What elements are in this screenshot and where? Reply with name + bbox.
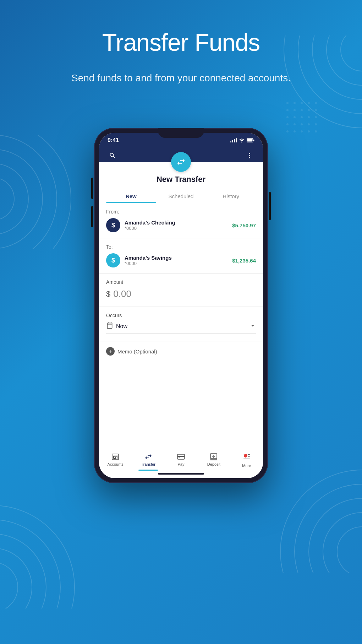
memo-label: Memo (Optional) <box>117 348 157 355</box>
occurs-dropdown[interactable]: Now <box>106 322 256 334</box>
svg-rect-61 <box>243 459 250 459</box>
svg-point-38 <box>308 123 310 125</box>
calendar-icon <box>106 322 113 331</box>
svg-point-19 <box>0 505 75 608</box>
search-icon[interactable] <box>106 149 119 162</box>
svg-rect-56 <box>177 456 185 457</box>
accounts-icon <box>111 453 120 461</box>
screen-title: New Transfer <box>99 175 263 184</box>
svg-point-25 <box>286 109 289 111</box>
phone-frame: 9:41 <box>94 128 268 483</box>
more-menu-icon[interactable] <box>243 149 256 162</box>
to-account-row: $ Amanda's Savings *0000 $1,235.64 <box>106 253 256 267</box>
svg-point-28 <box>308 109 310 111</box>
tab-scheduled[interactable]: Scheduled <box>156 190 206 203</box>
svg-rect-54 <box>117 456 117 459</box>
status-time: 9:41 <box>108 137 119 144</box>
svg-point-48 <box>249 153 250 154</box>
nav-active-indicator <box>138 470 158 471</box>
status-icons <box>230 138 254 142</box>
nav-pay[interactable]: Pay <box>165 451 197 469</box>
home-indicator <box>99 471 263 478</box>
from-section[interactable]: From: $ Amanda's Checking *0000 $5,750.9… <box>99 203 263 238</box>
svg-point-30 <box>286 116 289 118</box>
svg-point-24 <box>315 102 317 104</box>
occurs-value: Now <box>116 323 247 330</box>
svg-point-42 <box>301 130 303 132</box>
svg-rect-57 <box>179 458 180 458</box>
nav-accounts[interactable]: Accounts <box>99 451 132 469</box>
svg-point-11 <box>323 513 362 573</box>
svg-point-2 <box>0 149 43 249</box>
svg-point-10 <box>337 527 362 573</box>
svg-point-37 <box>301 123 303 125</box>
tab-history[interactable]: History <box>206 190 256 203</box>
svg-point-34 <box>315 116 317 118</box>
pay-nav-label: Pay <box>178 462 185 466</box>
svg-point-44 <box>315 130 317 132</box>
amount-input[interactable] <box>113 288 256 299</box>
svg-point-18 <box>0 520 60 608</box>
amount-input-row[interactable]: $ <box>106 288 256 299</box>
to-section[interactable]: To: $ Amanda's Savings *0000 $1,235.64 <box>99 238 263 274</box>
occurs-section: Occurs Now <box>99 307 263 341</box>
transfer-nav-icon <box>144 453 153 461</box>
home-bar <box>158 473 204 475</box>
phone-screen: 9:41 <box>99 133 263 478</box>
svg-point-12 <box>309 498 362 573</box>
content-area: New Transfer New Scheduled History From:… <box>99 162 263 448</box>
svg-point-0 <box>0 178 14 220</box>
deposit-nav-label: Deposit <box>207 462 220 466</box>
more-badge <box>243 453 248 458</box>
svg-point-43 <box>308 130 310 132</box>
dollar-sign: $ <box>106 289 110 299</box>
svg-point-35 <box>286 123 289 125</box>
svg-rect-47 <box>253 140 254 141</box>
nav-more[interactable]: More <box>230 451 263 469</box>
more-nav-label: More <box>242 464 251 468</box>
app-header <box>99 146 263 162</box>
to-account-icon: $ <box>106 253 120 267</box>
svg-point-20 <box>286 102 289 104</box>
from-label: From: <box>106 209 256 215</box>
from-account-row: $ Amanda's Checking *0000 $5,750.97 <box>106 218 256 232</box>
memo-section[interactable]: + Memo (Optional) <box>99 341 263 361</box>
svg-rect-53 <box>115 457 116 459</box>
occurs-label: Occurs <box>106 313 256 318</box>
from-account-number: *0000 <box>125 226 228 231</box>
amount-label: Amount <box>106 279 256 285</box>
deposit-icon <box>209 453 218 461</box>
wifi-icon <box>239 138 245 142</box>
svg-point-15 <box>0 562 18 608</box>
svg-point-31 <box>294 116 296 118</box>
from-account-name: Amanda's Checking <box>125 220 228 226</box>
page-title: Transfer Funds <box>0 28 362 56</box>
svg-point-27 <box>301 109 303 111</box>
to-account-number: *0000 <box>125 261 228 266</box>
svg-point-23 <box>308 102 310 104</box>
svg-point-40 <box>286 130 289 132</box>
chevron-down-icon <box>249 323 256 330</box>
svg-point-50 <box>249 157 250 158</box>
signal-icon <box>230 138 237 142</box>
svg-point-49 <box>249 155 250 156</box>
nav-transfer[interactable]: Transfer <box>132 451 164 469</box>
svg-point-36 <box>294 123 296 125</box>
to-account-name: Amanda's Savings <box>125 255 228 261</box>
svg-point-4 <box>0 135 71 249</box>
svg-point-17 <box>0 534 46 608</box>
nav-deposit[interactable]: Deposit <box>197 451 230 469</box>
notch <box>158 128 204 138</box>
svg-point-26 <box>294 109 296 111</box>
tab-new[interactable]: New <box>106 190 156 203</box>
battery-icon <box>247 138 254 142</box>
svg-point-22 <box>301 102 303 104</box>
from-account-info: Amanda's Checking *0000 <box>125 220 228 231</box>
svg-point-21 <box>294 102 296 104</box>
transfer-icon-circle <box>171 152 191 172</box>
svg-point-29 <box>315 109 317 111</box>
to-account-info: Amanda's Savings *0000 <box>125 255 228 266</box>
to-account-balance: $1,235.64 <box>232 258 256 264</box>
from-account-icon: $ <box>106 218 120 232</box>
svg-rect-52 <box>113 456 114 459</box>
